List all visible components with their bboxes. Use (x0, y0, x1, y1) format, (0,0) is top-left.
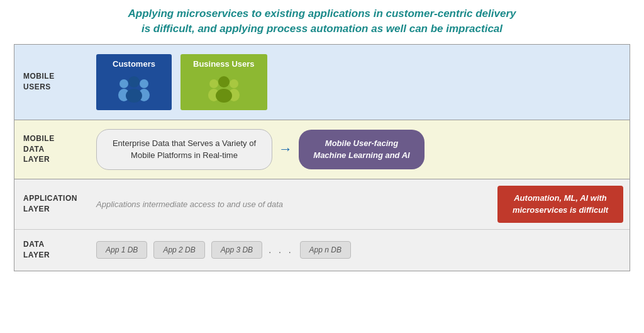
customers-label: Customers (113, 59, 155, 69)
main-container: Applying microservices to existing appli… (0, 0, 644, 278)
architecture-diagram: MOBILEUSERS Customers (14, 44, 630, 271)
mobile-data-label: MOBILEDATALAYER (14, 133, 96, 165)
svg-point-6 (209, 79, 218, 88)
db-items: App 1 DB App 2 DB App 3 DB . . . App n D… (96, 241, 630, 259)
customers-icon (115, 75, 153, 103)
db-dots: . . . (269, 245, 293, 255)
users-cards: Customers (96, 54, 630, 110)
svg-point-11 (216, 89, 232, 103)
db-app2: App 2 DB (153, 241, 204, 259)
mobile-data-layer: MOBILEDATALAYER Enterprise Data that Ser… (14, 120, 630, 179)
business-users-card: Business Users (180, 54, 267, 110)
enterprise-data-box: Enterprise Data that Serves a Variety of… (96, 129, 272, 170)
ml-ai-box: Mobile User-facing Machine Learning and … (299, 130, 425, 169)
svg-point-5 (126, 89, 142, 103)
automation-box: Automation, ML, AI with microservices is… (497, 186, 623, 223)
svg-point-4 (128, 76, 140, 87)
db-app3: App 3 DB (211, 241, 262, 259)
main-title: Applying microservices to existing appli… (13, 6, 631, 37)
application-layer: APPLICATIONLAYER Applications intermedia… (14, 179, 630, 230)
business-users-label: Business Users (193, 59, 255, 69)
business-users-icon (205, 75, 243, 103)
customers-card: Customers (96, 54, 172, 110)
svg-point-0 (119, 79, 128, 88)
data-content: Enterprise Data that Serves a Variety of… (96, 129, 630, 170)
data-layer: DATALAYER App 1 DB App 2 DB App 3 DB . .… (14, 230, 630, 271)
data-layer-label: DATALAYER (14, 239, 96, 261)
svg-point-2 (140, 79, 148, 88)
arrow-right-icon: → (279, 141, 292, 157)
svg-point-10 (218, 76, 230, 87)
mobile-users-layer: MOBILEUSERS Customers (14, 45, 630, 120)
mobile-users-label: MOBILEUSERS (14, 71, 96, 93)
db-app1: App 1 DB (96, 241, 147, 259)
application-label: APPLICATIONLAYER (14, 193, 96, 215)
svg-point-8 (230, 79, 238, 88)
application-description: Applications intermediate access to and … (96, 200, 497, 209)
db-appn: App n DB (300, 241, 351, 259)
